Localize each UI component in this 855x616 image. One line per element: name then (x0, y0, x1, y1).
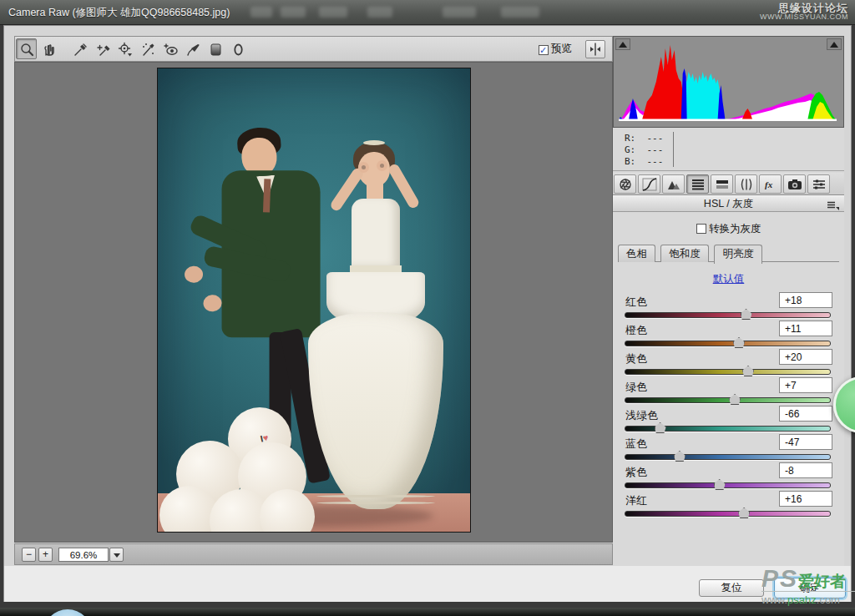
bride-ok-hand (377, 160, 387, 171)
slider-row-blue: 蓝色-47 (625, 436, 832, 464)
slider-value-green[interactable]: +7 (779, 377, 832, 393)
ok-button[interactable]: 确定 (774, 578, 846, 598)
slider-track-green[interactable] (625, 397, 831, 403)
panel-menu-button[interactable] (826, 199, 839, 210)
r-value: --- (647, 133, 664, 144)
tab-luminance[interactable]: 明亮度 (714, 245, 762, 264)
photo-preview: I♥YO (157, 68, 471, 533)
slider-row-yellow: 黄色+20 (625, 351, 832, 379)
slider-thumb-red[interactable] (741, 309, 752, 320)
slider-label-green: 绿色 (625, 380, 647, 395)
slider-thumb-purple[interactable] (714, 479, 726, 490)
preview-checkbox[interactable]: ✓ (539, 45, 549, 55)
preview-toggle[interactable]: ✓ 预览 (539, 42, 572, 56)
targeted-adjustment-tool-button[interactable] (114, 38, 135, 59)
slider-thumb-blue[interactable] (674, 451, 686, 462)
slider-value-magenta[interactable]: +16 (779, 491, 832, 507)
panel-title-bar: HSL / 灰度 (613, 195, 844, 212)
bride-bodice (352, 199, 400, 270)
b-label: B: (625, 156, 635, 167)
slider-value-yellow[interactable]: +20 (779, 349, 832, 365)
window-title: Camera Raw (修图师大 雄加QQ986658485.jpg) (0, 7, 230, 18)
preview-label: 预览 (551, 43, 572, 54)
groom-fist (184, 265, 203, 283)
fullscreen-toggle-icon (586, 46, 605, 60)
zoom-out-button[interactable]: − (22, 548, 36, 562)
spot-removal-tool-button[interactable] (137, 38, 158, 59)
slider-track-yellow[interactable] (625, 369, 831, 375)
tab-split-toning[interactable] (711, 174, 733, 194)
reset-button[interactable]: 复位 (699, 579, 764, 597)
tab-saturation[interactable]: 饱和度 (660, 245, 709, 262)
fullscreen-toggle-button[interactable] (585, 40, 605, 58)
panel-icon-tabs: fx (613, 173, 844, 195)
g-value: --- (647, 144, 664, 155)
tab-camera-calibration[interactable] (783, 174, 806, 194)
slider-thumb-aqua[interactable] (655, 422, 666, 433)
convert-to-grayscale-row[interactable]: 转换为灰度 (613, 222, 844, 236)
slider-label-orange: 橙色 (625, 323, 647, 338)
slider-thumb-magenta[interactable] (738, 507, 750, 518)
bride-dress-skirt (308, 312, 443, 509)
graduated-filter-tool-button[interactable] (205, 38, 225, 59)
zoom-tool-button[interactable] (16, 38, 37, 59)
tab-hsl-grayscale[interactable] (686, 174, 709, 194)
slider-value-blue[interactable]: -47 (779, 434, 832, 450)
slider-value-red[interactable]: +18 (779, 292, 832, 308)
highlight-clipping-icon (830, 42, 838, 48)
slider-track-magenta[interactable] (625, 511, 831, 517)
preview-canvas[interactable]: I♥YO (14, 62, 613, 543)
slider-track-orange[interactable] (625, 341, 831, 346)
tab-hue[interactable]: 色相 (618, 245, 655, 262)
chevron-down-icon (114, 553, 120, 561)
slider-value-aqua[interactable]: -66 (779, 406, 832, 422)
dialog-footer: 复位 确定 (4, 566, 851, 602)
convert-to-grayscale-checkbox[interactable] (696, 224, 706, 234)
slider-track-aqua[interactable] (625, 426, 831, 432)
tab-tone-curve[interactable] (638, 174, 660, 194)
color-sampler-tool-button[interactable] (92, 38, 113, 59)
slider-value-orange[interactable]: +11 (779, 321, 832, 336)
slider-track-blue[interactable] (625, 454, 831, 460)
slider-thumb-orange[interactable] (733, 337, 745, 348)
tab-detail[interactable] (662, 174, 685, 194)
tab-effects[interactable]: fx (759, 174, 782, 194)
tab-basic[interactable] (614, 174, 636, 194)
start-orb-icon[interactable] (43, 609, 92, 616)
adjustment-brush-tool-button[interactable] (182, 38, 203, 59)
slider-value-purple[interactable]: -8 (779, 462, 832, 478)
missyuan-watermark: 思缘设计论坛 WWW.MISSYUAN.COM (760, 3, 848, 22)
slider-row-orange: 橙色+11 (625, 322, 832, 351)
missyuan-watermark-url: WWW.MISSYUAN.COM (760, 13, 848, 22)
zoom-level-value[interactable]: 69.6% (58, 548, 109, 562)
tab-lens-corrections[interactable] (735, 174, 757, 194)
shadow-clipping-button[interactable] (615, 38, 630, 50)
radial-filter-tool-button[interactable] (227, 38, 248, 59)
highlight-clipping-button[interactable] (827, 38, 842, 50)
svg-text:fx: fx (765, 179, 773, 189)
shadow-clipping-icon (619, 42, 627, 48)
slider-thumb-yellow[interactable] (742, 366, 754, 376)
camera-raw-dialog: ✓ 预览 (0, 25, 855, 608)
zoom-level-dropdown[interactable] (109, 548, 124, 562)
slider-label-magenta: 洋红 (625, 493, 647, 508)
r-label: R: (625, 133, 635, 144)
red-eye-tool-button[interactable] (159, 38, 180, 59)
blurred-menu-item (501, 7, 539, 18)
bride-figure (318, 142, 460, 518)
white-balance-tool-button[interactable] (69, 38, 90, 59)
default-values-link[interactable]: 默认值 (713, 273, 745, 285)
hand-tool-button[interactable] (38, 38, 59, 59)
slider-row-green: 绿色+7 (625, 379, 832, 407)
slider-track-purple[interactable] (625, 482, 831, 488)
zoom-in-button[interactable]: + (38, 548, 53, 562)
window-titlebar: Camera Raw (修图师大 雄加QQ986658485.jpg) 思缘设计… (0, 0, 855, 25)
slider-thumb-green[interactable] (729, 394, 741, 405)
slider-track-red[interactable] (625, 312, 831, 318)
blurred-menu-item (443, 7, 476, 18)
slider-label-purple: 紫色 (625, 465, 647, 480)
tab-presets[interactable] (807, 174, 830, 194)
hsl-subtabs: 色相 饱和度 明亮度 (618, 244, 839, 262)
slider-label-red: 红色 (625, 295, 647, 310)
slider-list: 红色+18橙色+11黄色+20绿色+7浅绿色-66蓝色-47紫色-8洋红+16 (625, 294, 832, 521)
